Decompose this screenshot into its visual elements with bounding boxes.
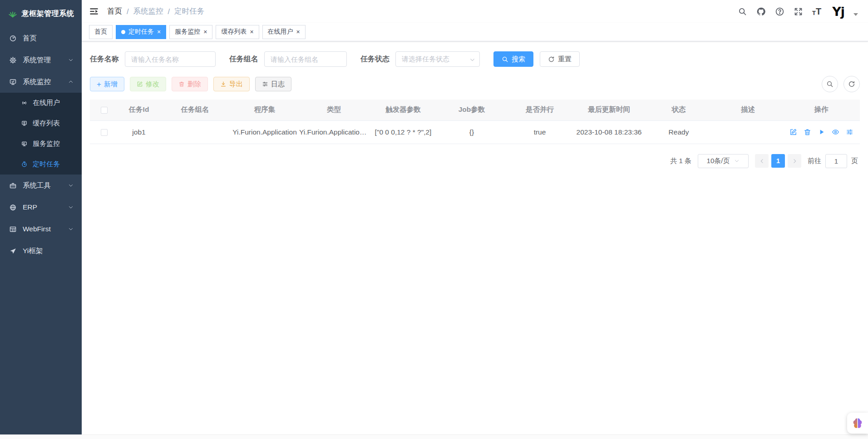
dashboard-icon [9, 35, 17, 42]
page-unit-label: 页 [851, 157, 858, 165]
page-number-button[interactable]: 1 [771, 154, 785, 168]
chevron-down-icon [68, 57, 74, 63]
task-name-input[interactable] [125, 51, 216, 67]
sidebar-item-erp[interactable]: ERP [0, 196, 82, 218]
goto-page: 前往 页 [808, 154, 858, 168]
table-header-row: 任务Id 任务组名 程序集 类型 触发器参数 Job参数 是否并行 最后更新时间… [90, 100, 860, 120]
edit-button-label: 修改 [146, 80, 159, 89]
col-assembly: 程序集 [230, 100, 299, 120]
row-checkbox[interactable] [101, 129, 108, 136]
sidebar-item-online-users[interactable]: 在线用户 [0, 93, 82, 113]
log-button[interactable]: 日志 [255, 77, 291, 91]
avatar[interactable]: Yj [832, 5, 844, 19]
close-icon[interactable]: × [296, 29, 300, 35]
plus-icon: + [97, 80, 101, 88]
sidebar-item-system-monitor[interactable]: 系统监控 [0, 71, 82, 93]
assistant-widget[interactable] [847, 413, 868, 434]
close-icon[interactable]: × [203, 29, 207, 35]
toolbar-right [822, 76, 860, 92]
task-status-label: 任务状态 [360, 55, 390, 64]
sidebar-item-label: 首页 [23, 34, 37, 43]
refresh-table-button[interactable] [843, 76, 860, 92]
search-icon [502, 56, 508, 63]
sidebar-item-system-tools[interactable]: 系统工具 [0, 175, 82, 196]
export-button[interactable]: 导出 [213, 77, 250, 91]
table-toolbar: + 新增 修改 删除 导出 [90, 76, 860, 92]
app-title: 意框架管理系统 [22, 9, 74, 19]
sidebar-item-service-monitor[interactable]: 服务监控 [0, 134, 82, 154]
monitor-icon [9, 78, 17, 86]
delete-button[interactable]: 删除 [172, 77, 208, 91]
add-button[interactable]: + 新增 [90, 77, 124, 91]
sidebar-item-cache-list[interactable]: 缓存列表 [0, 113, 82, 134]
sidebar-item-label: 系统工具 [23, 181, 51, 190]
row-more-icon[interactable] [846, 128, 853, 136]
github-icon[interactable] [756, 7, 766, 16]
breadcrumb-home[interactable]: 首页 [107, 6, 122, 16]
horizontal-scrollbar[interactable] [0, 434, 868, 439]
brain-icon [851, 417, 864, 429]
search-icon[interactable] [738, 7, 747, 16]
sidebar-item-label: Yi框架 [23, 246, 43, 256]
tab-service-monitor[interactable]: 服务监控 × [169, 25, 212, 39]
goto-page-input[interactable] [825, 154, 847, 168]
show-search-button[interactable] [822, 76, 838, 92]
sidebar-item-webfirst[interactable]: WebFirst [0, 218, 82, 240]
chevron-down-icon [734, 158, 740, 164]
chevron-down-icon [469, 57, 475, 63]
main-area: 首页 / 系统监控 / 定时任务 TT Yj [82, 0, 868, 434]
chevron-up-icon [68, 79, 74, 85]
caret-down-icon[interactable] [853, 13, 858, 16]
pagination-total: 共 1 条 [670, 157, 691, 165]
navbar-actions: TT Yj [738, 5, 858, 19]
close-icon[interactable]: × [250, 29, 253, 35]
row-edit-icon[interactable] [789, 128, 797, 136]
cell-description [713, 120, 783, 144]
delete-button-label: 删除 [187, 80, 201, 89]
gear-icon [9, 56, 17, 64]
select-placeholder: 请选择任务状态 [402, 55, 449, 64]
search-button[interactable]: 搜索 [493, 51, 533, 67]
row-view-icon[interactable] [832, 128, 839, 136]
font-size-icon[interactable]: TT [812, 7, 821, 16]
sidebar-item-home[interactable]: 首页 [0, 27, 82, 49]
server-monitor-icon [21, 140, 28, 147]
tab-scheduled-tasks[interactable]: 定时任务 × [116, 25, 166, 39]
chevron-down-icon [68, 205, 74, 210]
tab-online-users[interactable]: 在线用户 × [262, 25, 306, 39]
tab-home[interactable]: 首页 [89, 25, 113, 39]
reset-button[interactable]: 重置 [540, 51, 580, 67]
sidebar-item-system-admin[interactable]: 系统管理 [0, 49, 82, 71]
sidebar-item-scheduled-tasks[interactable]: 定时任务 [0, 154, 82, 175]
globe-icon [9, 204, 17, 211]
sidebar-item-label: 系统监控 [23, 77, 51, 87]
task-group-input[interactable] [264, 51, 347, 67]
cell-updated-at: 2023-10-08 18:23:36 [574, 120, 644, 144]
col-type: 类型 [299, 100, 369, 120]
app-window: 意框架管理系统 首页 系统管理 系统监控 在线用户 [0, 0, 868, 434]
prev-page-button[interactable] [755, 154, 769, 168]
edit-button[interactable]: 修改 [130, 77, 166, 91]
page-size-select[interactable]: 10条/页 [698, 154, 749, 168]
sidebar-fold-icon[interactable] [89, 6, 99, 16]
tab-label: 服务监控 [175, 28, 200, 36]
col-trigger-args: 触发器参数 [369, 100, 438, 120]
close-icon[interactable]: × [157, 29, 161, 35]
tab-cache-list[interactable]: 缓存列表 × [216, 25, 259, 39]
chevron-down-icon [68, 226, 74, 232]
select-all-checkbox[interactable] [101, 107, 108, 114]
cache-icon [21, 120, 28, 127]
row-run-icon[interactable] [818, 128, 825, 136]
app-logo[interactable]: 意框架管理系统 [0, 0, 82, 27]
sidebar-item-label: 缓存列表 [33, 119, 60, 128]
search-button-label: 搜索 [512, 55, 525, 64]
row-delete-icon[interactable] [804, 128, 811, 136]
next-page-button[interactable] [788, 154, 801, 168]
fullscreen-icon[interactable] [794, 7, 803, 16]
sidebar-item-yi-framework[interactable]: Yi框架 [0, 240, 82, 262]
help-icon[interactable] [775, 7, 784, 16]
navbar: 首页 / 系统监控 / 定时任务 TT Yj [82, 0, 868, 23]
sidebar-item-label: ERP [23, 203, 37, 211]
task-status-select[interactable]: 请选择任务状态 [395, 51, 480, 67]
cell-task-id: job1 [118, 120, 160, 144]
